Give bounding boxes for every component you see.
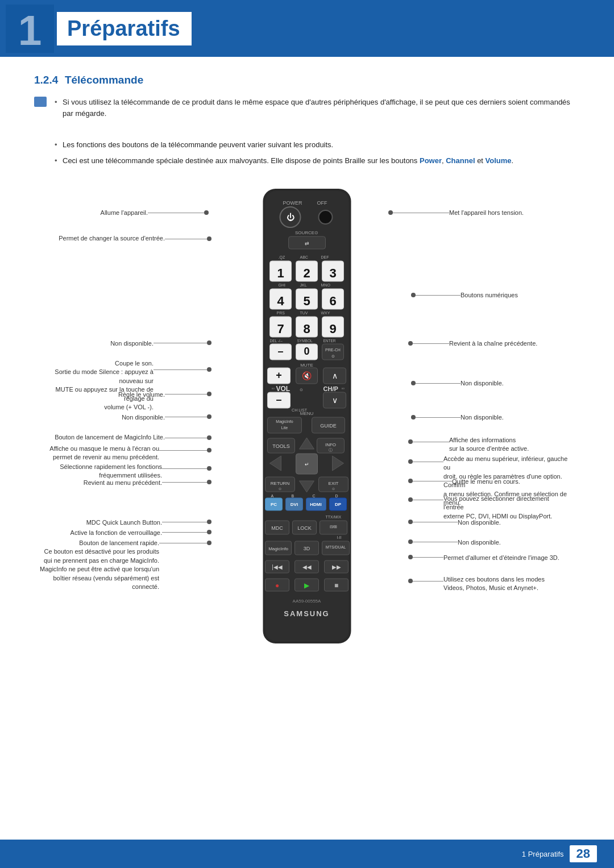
svg-text:ⓘ: ⓘ — [329, 448, 333, 452]
svg-text:TUV: TUV — [300, 311, 308, 315]
svg-text:DEF: DEF — [321, 255, 329, 259]
line-numbtns — [415, 295, 460, 296]
label-vol: Règle le volume. — [80, 391, 165, 399]
note-item-3: Ceci est une télécommande spéciale desti… — [51, 155, 580, 167]
dot-mdc — [207, 520, 211, 524]
dot-nondispo2 — [207, 414, 211, 419]
dot-input — [408, 497, 413, 502]
dot-nondispo1 — [207, 340, 211, 345]
svg-text:PC: PC — [271, 502, 277, 507]
svg-text:WXY: WXY — [321, 311, 330, 315]
svg-text:PRE-CH: PRE-CH — [325, 348, 341, 352]
svg-point-6 — [319, 210, 333, 224]
svg-text:DP: DP — [335, 502, 342, 507]
dot-prech — [408, 341, 413, 346]
svg-text:TTX/MIX: TTX/MIX — [326, 515, 342, 519]
label-exit: Quitte le menu en cours. — [452, 477, 551, 486]
dot-allume — [204, 210, 209, 215]
line-mdc — [162, 522, 208, 522]
svg-text:⏻: ⏻ — [287, 213, 294, 222]
line-magicinfo — [165, 438, 208, 438]
svg-text:+: + — [276, 369, 282, 381]
label-input: Vous pouvez sélectionner directement l'e… — [443, 495, 569, 521]
svg-text:⊙: ⊙ — [332, 487, 335, 491]
svg-text:MNO: MNO — [321, 283, 331, 287]
line-allume — [148, 213, 205, 213]
section-heading: 1.2.4 Télécommande — [34, 74, 580, 86]
label-nondispo1: Non disponible. — [68, 339, 154, 348]
svg-text:7: 7 — [277, 322, 284, 336]
dot-nondispo-r3 — [408, 520, 413, 524]
svg-text:■: ■ — [334, 582, 338, 589]
svg-text:°°: °° — [272, 388, 275, 392]
line-info — [412, 442, 449, 442]
svg-text:INFO: INFO — [325, 442, 336, 447]
svg-text:⊟/⊞: ⊟/⊞ — [330, 525, 338, 529]
line-prech — [412, 343, 449, 344]
footer-page-number: 28 — [570, 845, 597, 862]
bold-volume: Volume — [486, 156, 512, 165]
dot-source — [207, 236, 211, 241]
label-numbtns: Boutons numériques — [460, 291, 563, 300]
label-magicinfo: Bouton de lancement de MagicInfo Lite. — [51, 433, 165, 442]
svg-text:⇄: ⇄ — [305, 240, 309, 246]
svg-text:9: 9 — [329, 322, 336, 336]
svg-text:SOURCE⊙: SOURCE⊙ — [295, 230, 318, 235]
label-allume: Allume l'appareil. — [51, 209, 148, 217]
svg-text:MagicInfo: MagicInfo — [276, 420, 293, 424]
svg-text:|◀◀: |◀◀ — [272, 564, 283, 570]
svg-text:3D: 3D — [304, 546, 310, 551]
line-lock — [162, 532, 208, 533]
svg-text:MTS/DUAL: MTS/DUAL — [326, 545, 346, 549]
label-info: Affiche des informations sur la source d… — [449, 436, 563, 454]
dot-magicinfo2 — [207, 541, 211, 545]
remote-image: POWER OFF ⏻ SOURCE⊙ ⇄ .QZ ABC DEF 1 2 — [258, 183, 357, 651]
svg-text:AA59-00555A: AA59-00555A — [293, 599, 321, 604]
label-media: Utilisez ces boutons dans les modes Vide… — [443, 575, 563, 593]
line-nav — [412, 462, 443, 462]
dot-nondispo-r4 — [408, 539, 413, 544]
svg-text:SAMSUNG: SAMSUNG — [284, 609, 329, 618]
svg-text:▶▶: ▶▶ — [332, 564, 341, 570]
dot-mute — [207, 367, 211, 372]
svg-text:3: 3 — [329, 266, 336, 280]
svg-text:GUIDE: GUIDE — [320, 423, 337, 429]
svg-text:DEL -/--: DEL -/-- — [270, 339, 283, 343]
label-source: Permet de changer la source d'entrée. — [51, 234, 165, 243]
svg-text:DVI: DVI — [291, 502, 298, 507]
line-tools — [159, 450, 208, 451]
line-nondispo1 — [154, 343, 208, 343]
svg-text:8: 8 — [303, 322, 310, 336]
svg-text:.QZ: .QZ — [279, 255, 285, 260]
dot-select — [207, 466, 211, 471]
note-icon — [34, 97, 47, 107]
note-list: Si vous utilisez la télécommande de ce p… — [51, 97, 580, 123]
svg-text:C: C — [313, 494, 316, 498]
svg-text:1: 1 — [277, 266, 284, 280]
line-return — [162, 482, 208, 483]
remote-diagram: POWER OFF ⏻ SOURCE⊙ ⇄ .QZ ABC DEF 1 2 — [34, 177, 580, 689]
svg-text:RETURN: RETURN — [271, 481, 290, 486]
line-nondispo2 — [165, 417, 208, 417]
svg-text:MagicInfo: MagicInfo — [268, 546, 288, 551]
dot-nondispo-r1 — [411, 381, 416, 385]
note-item-1: Si vous utilisez la télécommande de ce p… — [51, 97, 580, 119]
svg-text:5: 5 — [303, 294, 310, 308]
dot-return — [207, 480, 211, 484]
svg-text:MDC: MDC — [271, 525, 283, 531]
section-title: Télécommande — [65, 74, 143, 86]
svg-text:POWER: POWER — [283, 200, 303, 206]
line-off — [392, 213, 449, 213]
svg-text:◀◀: ◀◀ — [302, 564, 312, 570]
label-return: Revient au menu précédent. — [63, 479, 162, 487]
label-nondispo-r3: Non disponible. — [458, 518, 551, 527]
note-row-1: Si vous utilisez la télécommande de ce p… — [34, 97, 580, 135]
svg-text:ABC: ABC — [300, 255, 308, 259]
svg-text:0: 0 — [304, 346, 309, 357]
svg-text:I-II: I-II — [337, 535, 342, 539]
line-nondispo-r4 — [412, 542, 458, 542]
svg-text:EXIT: EXIT — [329, 481, 339, 486]
svg-text:–: – — [276, 394, 281, 405]
page-title: Préparatifs — [67, 16, 180, 40]
page-header: 1 Préparatifs — [0, 0, 614, 57]
